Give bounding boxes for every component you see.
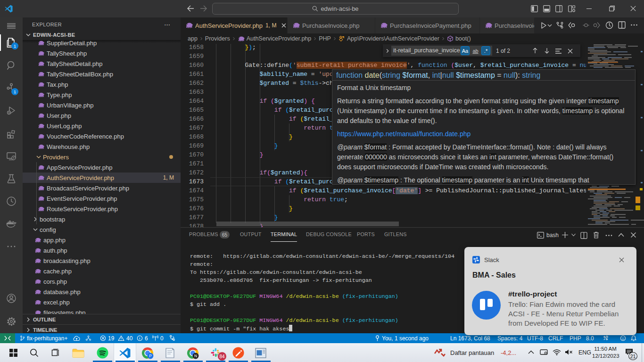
svg-text:N: N xyxy=(194,354,197,358)
svg-text:P: P xyxy=(149,354,152,358)
